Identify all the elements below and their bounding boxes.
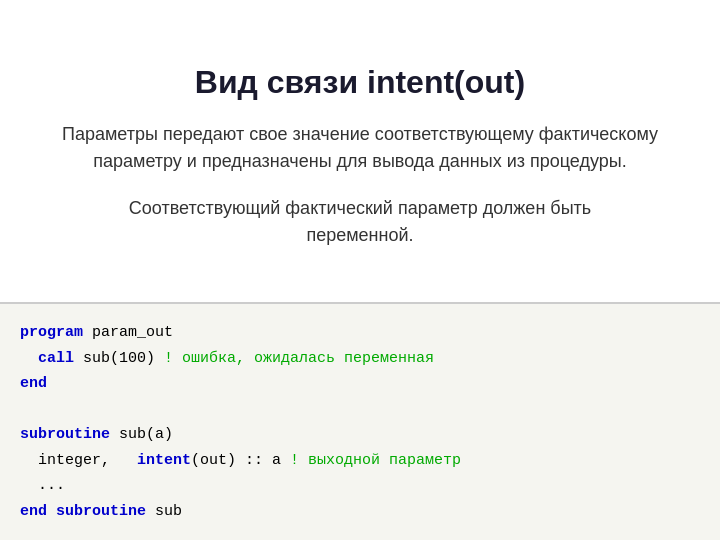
code-line-2: call sub(100) ! ошибка, ожидалась переме… bbox=[20, 346, 700, 372]
code-line-8: end subroutine sub bbox=[20, 499, 700, 525]
kw-subroutine-1: subroutine bbox=[20, 426, 110, 443]
description-paragraph1: Параметры передают свое значение соответ… bbox=[60, 121, 660, 175]
kw-end-2: end bbox=[20, 503, 47, 520]
code-text-6a: integer, bbox=[38, 452, 137, 469]
code-text-1: param_out bbox=[83, 324, 173, 341]
code-line-3: end bbox=[20, 371, 700, 397]
code-text-5: sub(a) bbox=[110, 426, 173, 443]
code-line-4 bbox=[20, 397, 700, 423]
code-line-5: subroutine sub(a) bbox=[20, 422, 700, 448]
code-text-8b: sub bbox=[146, 503, 182, 520]
description-paragraph2: Соответствующий фактический параметр дол… bbox=[80, 195, 640, 249]
kw-call: call bbox=[38, 350, 74, 367]
page-container: Вид связи intent(out) Параметры передают… bbox=[0, 0, 720, 540]
code-text-8a bbox=[47, 503, 56, 520]
code-line-1: program param_out bbox=[20, 320, 700, 346]
code-text-2: sub(100) bbox=[74, 350, 164, 367]
code-block: program param_out call sub(100) ! ошибка… bbox=[0, 302, 720, 540]
comment-1: ! ошибка, ожидалась переменная bbox=[164, 350, 434, 367]
kw-subroutine-2: subroutine bbox=[56, 503, 146, 520]
code-line-6: integer, intent(out) :: a ! выходной пар… bbox=[20, 448, 700, 474]
comment-2: ! выходной параметр bbox=[290, 452, 461, 469]
code-text-6b: (out) :: a bbox=[191, 452, 290, 469]
kw-intent: intent bbox=[137, 452, 191, 469]
code-text-7: ... bbox=[38, 477, 65, 494]
kw-program: program bbox=[20, 324, 83, 341]
page-title: Вид связи intent(out) bbox=[195, 64, 525, 101]
kw-end-1: end bbox=[20, 375, 47, 392]
top-section: Вид связи intent(out) Параметры передают… bbox=[0, 0, 720, 302]
code-line-7: ... bbox=[20, 473, 700, 499]
